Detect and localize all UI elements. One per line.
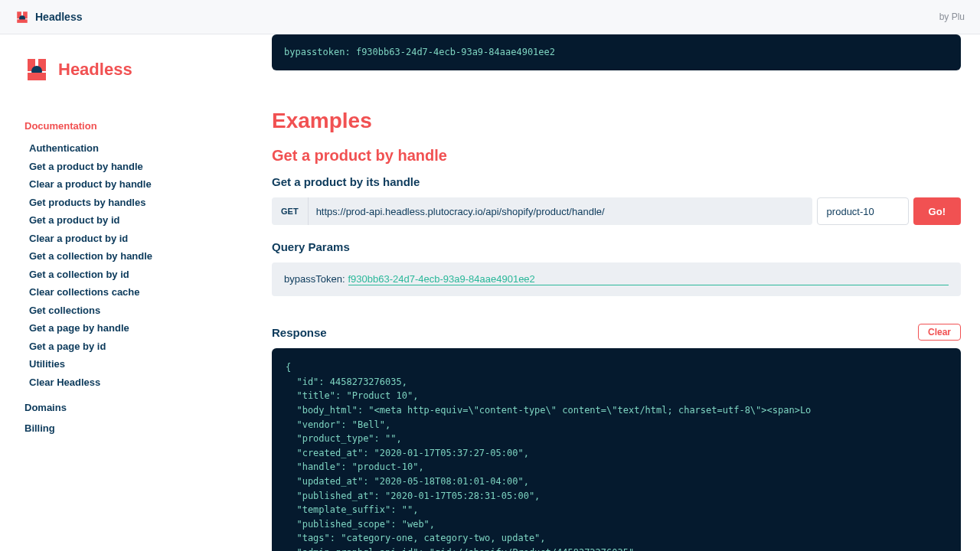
examples-heading: Examples	[272, 109, 961, 133]
clear-button[interactable]: Clear	[918, 324, 961, 341]
url-box: GET https://prod-api.headless.plutocracy…	[272, 197, 812, 225]
endpoint-url: https://prod-api.headless.plutocracy.io/…	[309, 206, 612, 217]
nav-item[interactable]: Get a product by handle	[29, 158, 232, 176]
handle-input[interactable]	[817, 197, 909, 225]
topbar: Headless by Plu	[0, 0, 980, 34]
query-params-heading: Query Params	[272, 240, 961, 253]
headless-logo-icon	[15, 10, 29, 24]
sidebar-brand[interactable]: Headless	[24, 57, 232, 82]
nav-item[interactable]: Get a product by id	[29, 211, 232, 230]
endpoint-heading: Get a product by handle	[272, 147, 961, 165]
topbar-left: Headless	[15, 10, 82, 24]
nav-item[interactable]: Get products by handles	[29, 194, 232, 212]
request-row: GET https://prod-api.headless.plutocracy…	[272, 197, 961, 225]
param-value[interactable]: f930bb63-24d7-4ecb-93a9-84aae4901ee2	[348, 273, 949, 285]
nav-item[interactable]: Get a page by handle	[29, 319, 232, 337]
nav-item[interactable]: Get a collection by id	[29, 266, 232, 284]
nav-billing[interactable]: Billing	[24, 422, 232, 434]
param-key: bypassToken:	[284, 273, 345, 285]
nav-list: Authentication Get a product by handle C…	[29, 139, 232, 391]
nav-item[interactable]: Get a page by id	[29, 337, 232, 356]
nav-item[interactable]: Clear Headless	[29, 373, 232, 392]
nav-section-documentation[interactable]: Documentation	[24, 120, 232, 132]
nav-item[interactable]: Clear a product by id	[29, 230, 232, 248]
response-body: { "id": 4458273276035, "title": "Product…	[272, 348, 961, 551]
nav-item[interactable]: Clear collections cache	[29, 283, 232, 302]
http-method: GET	[272, 197, 309, 225]
topbar-byline: by Plu	[939, 11, 965, 22]
top-code-snippet: bypasstoken: f930bb63-24d7-4ecb-93a9-84a…	[272, 34, 961, 70]
go-button[interactable]: Go!	[913, 197, 961, 225]
nav-item[interactable]: Clear a product by handle	[29, 175, 232, 194]
response-heading: Response	[272, 326, 327, 339]
response-header: Response Clear	[272, 324, 961, 341]
nav-item[interactable]: Utilities	[29, 355, 232, 373]
nav-domains[interactable]: Domains	[24, 402, 232, 413]
query-params-box: bypassToken: f930bb63-24d7-4ecb-93a9-84a…	[272, 262, 961, 296]
nav-item[interactable]: Authentication	[29, 139, 232, 158]
svg-rect-7	[28, 73, 46, 80]
headless-logo-icon	[24, 57, 49, 82]
endpoint-subheading: Get a product by its handle	[272, 175, 961, 188]
nav-item[interactable]: Get collections	[29, 302, 232, 320]
sidebar-brand-title: Headless	[58, 60, 132, 80]
nav-item[interactable]: Get a collection by handle	[29, 247, 232, 266]
topbar-title: Headless	[35, 11, 82, 23]
svg-rect-3	[17, 19, 28, 23]
sidebar: Headless Documentation Authentication Ge…	[0, 34, 256, 551]
main-content: bypasstoken: f930bb63-24d7-4ecb-93a9-84a…	[256, 34, 976, 551]
